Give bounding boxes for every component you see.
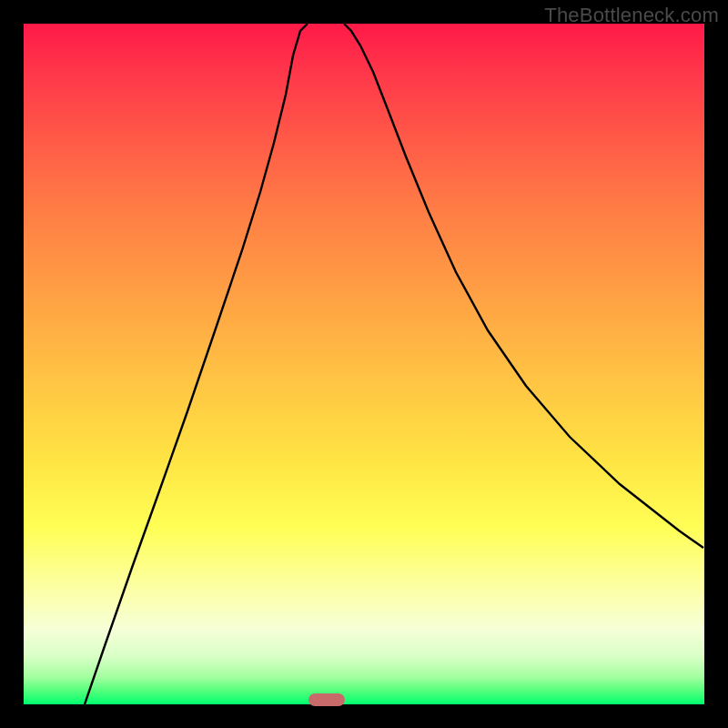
curve-svg — [24, 24, 704, 704]
curve-left-branch — [85, 24, 308, 704]
watermark-text: TheBottleneck.com — [544, 4, 719, 27]
curve-right-branch — [344, 24, 703, 548]
bottleneck-marker — [308, 693, 345, 706]
